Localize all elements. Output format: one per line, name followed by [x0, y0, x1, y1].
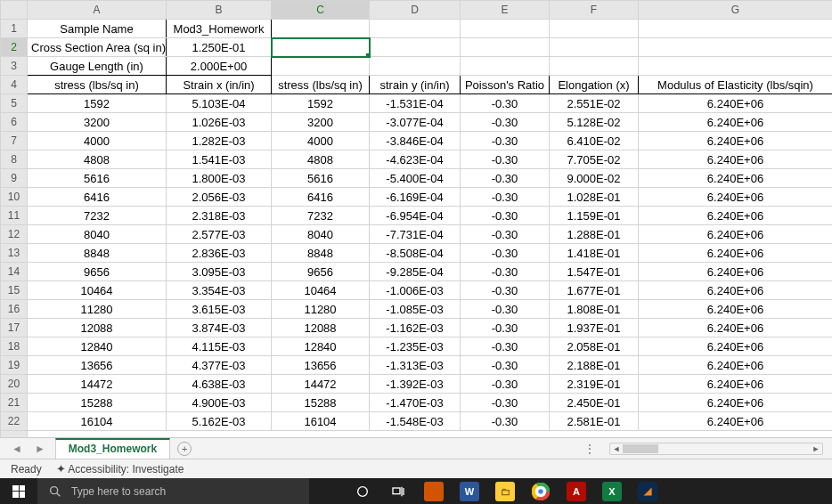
cell-D10[interactable]: -6.169E-04 [370, 188, 461, 207]
cell-B21[interactable]: 4.900E-03 [167, 394, 272, 412]
taskbar-search[interactable]: Type here to search [37, 478, 309, 504]
cell-F9[interactable]: 9.000E-02 [550, 169, 639, 188]
cell-B22[interactable]: 5.162E-03 [167, 412, 272, 431]
cell-C10[interactable]: 6416 [272, 188, 370, 207]
cell-G14[interactable]: 6.240E+06 [639, 263, 833, 281]
cell-D2[interactable] [370, 38, 461, 57]
cell-D6[interactable]: -3.077E-04 [370, 113, 461, 132]
cell-A8[interactable]: 4808 [28, 150, 167, 169]
cell-G12[interactable]: 6.240E+06 [639, 225, 833, 244]
cell-C20[interactable]: 14472 [272, 375, 370, 394]
row-header-16[interactable]: 16 [1, 300, 28, 319]
cell-B9[interactable]: 1.800E-03 [167, 169, 272, 188]
cell-E3[interactable] [461, 57, 550, 76]
cell-F10[interactable]: 1.028E-01 [550, 188, 639, 207]
taskbar-chrome[interactable] [523, 478, 559, 504]
add-sheet-button[interactable]: + [177, 442, 192, 456]
cell-A21[interactable]: 15288 [28, 394, 167, 412]
cell-C12[interactable]: 8040 [272, 225, 370, 244]
cell-F11[interactable]: 1.159E-01 [550, 207, 639, 225]
cell-B5[interactable]: 5.103E-04 [167, 94, 272, 113]
cell-G17[interactable]: 6.240E+06 [639, 319, 833, 337]
taskbar-cortana[interactable] [345, 478, 380, 504]
cell-F15[interactable]: 1.677E-01 [550, 281, 639, 300]
cell-F21[interactable]: 2.450E-01 [550, 394, 639, 412]
cell-A18[interactable]: 12840 [28, 337, 167, 356]
cell-B20[interactable]: 4.638E-03 [167, 375, 272, 394]
cell-E15[interactable]: -0.30 [461, 281, 550, 300]
cell-F6[interactable]: 5.128E-02 [550, 113, 639, 132]
cell-A20[interactable]: 14472 [28, 375, 167, 394]
cell-C17[interactable]: 12088 [272, 319, 370, 337]
cell-D8[interactable]: -4.623E-04 [370, 150, 461, 169]
cell-E18[interactable]: -0.30 [461, 337, 550, 356]
cell-C5[interactable]: 1592 [272, 94, 370, 113]
cell-C1[interactable] [272, 20, 370, 38]
taskbar-taskview[interactable] [380, 478, 416, 504]
cell-G5[interactable]: 6.240E+06 [639, 94, 833, 113]
cell-E9[interactable]: -0.30 [461, 169, 550, 188]
cell-G15[interactable]: 6.240E+06 [639, 281, 833, 300]
cell-E21[interactable]: -0.30 [461, 394, 550, 412]
row-header-1[interactable]: 1 [1, 20, 28, 38]
cell-E20[interactable]: -0.30 [461, 375, 550, 394]
sheet-tab-active[interactable]: Mod3_Homework [55, 438, 170, 459]
row-header-8[interactable]: 8 [1, 150, 28, 169]
cell-F13[interactable]: 1.418E-01 [550, 244, 639, 263]
cell-A17[interactable]: 12088 [28, 319, 167, 337]
taskbar-excel[interactable]: X [594, 478, 630, 504]
cell-F1[interactable] [550, 20, 639, 38]
cell-E10[interactable]: -0.30 [461, 188, 550, 207]
col-header-F[interactable]: F [550, 1, 639, 20]
scroll-right-icon[interactable]: ► [810, 443, 822, 454]
spreadsheet-grid[interactable]: A B C D E F G 1 Sample Name Mod3_Homewor… [0, 0, 832, 437]
col-header-C[interactable]: C [272, 1, 370, 20]
cell-B3[interactable]: 2.000E+00 [167, 57, 272, 76]
cell-D3[interactable] [370, 57, 461, 76]
col-header-A[interactable]: A [28, 1, 167, 20]
cell-A1[interactable]: Sample Name [28, 20, 167, 38]
cell-A2[interactable]: Cross Section Area (sq in) [28, 38, 167, 57]
cell-G19[interactable]: 6.240E+06 [639, 356, 833, 375]
row-header-21[interactable]: 21 [1, 394, 28, 412]
col-header-E[interactable]: E [461, 1, 550, 20]
cell-A16[interactable]: 11280 [28, 300, 167, 319]
cell-F18[interactable]: 2.058E-01 [550, 337, 639, 356]
cell-G18[interactable]: 6.240E+06 [639, 337, 833, 356]
cell-G16[interactable]: 6.240E+06 [639, 300, 833, 319]
cell-A4[interactable]: stress (lbs/sq in) [28, 76, 167, 94]
cell-F17[interactable]: 1.937E-01 [550, 319, 639, 337]
cell-C4[interactable]: stress (lbs/sq in) [272, 76, 370, 94]
cell-C8[interactable]: 4808 [272, 150, 370, 169]
cell-D15[interactable]: -1.006E-03 [370, 281, 461, 300]
cell-C6[interactable]: 3200 [272, 113, 370, 132]
cell-F14[interactable]: 1.547E-01 [550, 263, 639, 281]
cell-G22[interactable]: 6.240E+06 [639, 412, 833, 431]
cell-E8[interactable]: -0.30 [461, 150, 550, 169]
cell-D13[interactable]: -8.508E-04 [370, 244, 461, 263]
row-header-18[interactable]: 18 [1, 337, 28, 356]
cell-A6[interactable]: 3200 [28, 113, 167, 132]
cell-D12[interactable]: -7.731E-04 [370, 225, 461, 244]
cell-B18[interactable]: 4.115E-03 [167, 337, 272, 356]
cell-B16[interactable]: 3.615E-03 [167, 300, 272, 319]
cell-B1[interactable]: Mod3_Homework [167, 20, 272, 38]
cell-C14[interactable]: 9656 [272, 263, 370, 281]
cell-F7[interactable]: 6.410E-02 [550, 132, 639, 150]
cell-F5[interactable]: 2.551E-02 [550, 94, 639, 113]
cell-E12[interactable]: -0.30 [461, 225, 550, 244]
cell-C21[interactable]: 15288 [272, 394, 370, 412]
cell-E4[interactable]: Poisson's Ratio [461, 76, 550, 94]
cell-E14[interactable]: -0.30 [461, 263, 550, 281]
cell-B17[interactable]: 3.874E-03 [167, 319, 272, 337]
cell-F3[interactable] [550, 57, 639, 76]
cell-C16[interactable]: 11280 [272, 300, 370, 319]
cell-D1[interactable] [370, 20, 461, 38]
row-header-3[interactable]: 3 [1, 57, 28, 76]
cell-D4[interactable]: strain y (in/in) [370, 76, 461, 94]
row-header-9[interactable]: 9 [1, 169, 28, 188]
cell-F16[interactable]: 1.808E-01 [550, 300, 639, 319]
cell-D19[interactable]: -1.313E-03 [370, 356, 461, 375]
cell-D20[interactable]: -1.392E-03 [370, 375, 461, 394]
cell-A14[interactable]: 9656 [28, 263, 167, 281]
